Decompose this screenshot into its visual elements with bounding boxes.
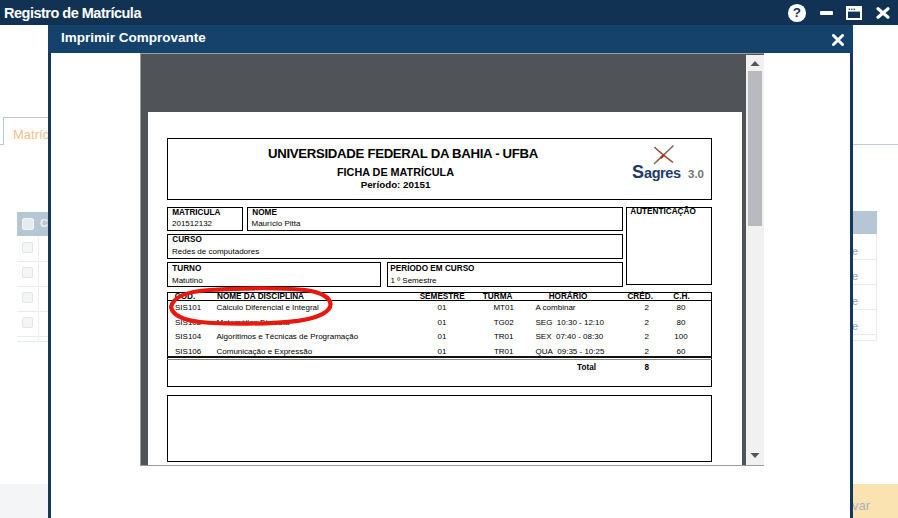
svg-text:S: S: [632, 162, 644, 181]
svg-text:3.0: 3.0: [688, 168, 704, 180]
svg-text:agres: agres: [644, 165, 681, 181]
